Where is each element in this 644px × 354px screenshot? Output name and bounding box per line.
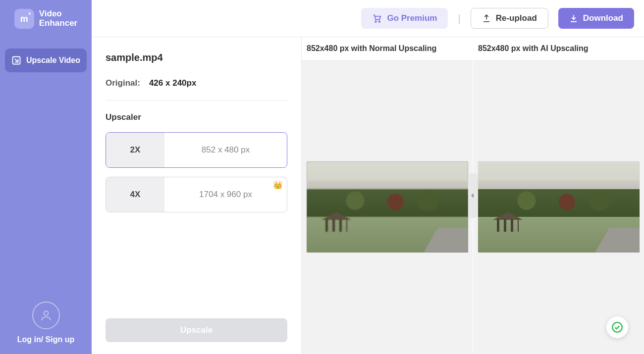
go-premium-button[interactable]: Go Premium — [361, 8, 448, 29]
upscale-button[interactable]: Upscale — [106, 318, 287, 342]
option-resolution: 1704 x 960 px — [164, 177, 287, 212]
filename: sample.mp4 — [106, 52, 287, 63]
settings-panel: sample.mp4 Original: 426 x 240px Upscale… — [92, 37, 301, 354]
option-resolution: 852 x 480 px — [164, 133, 287, 167]
option-multiplier: 4X — [106, 177, 164, 212]
go-premium-label: Go Premium — [387, 13, 437, 23]
preview-normal-title: 852x480 px with Normal Upscaling — [302, 37, 473, 60]
option-multiplier: 2X — [106, 133, 164, 167]
preview-ai-title: 852x480 px with AI Upscaling — [473, 37, 644, 60]
upload-icon — [482, 14, 491, 23]
topbar: Go Premium | Re-upload Download — [92, 0, 644, 37]
upscale-icon — [11, 55, 21, 65]
svg-marker-4 — [471, 193, 474, 198]
download-icon — [569, 14, 578, 23]
download-button[interactable]: Download — [558, 8, 634, 29]
sidebar: m Video Enhancer Upscale Video Log in/ S… — [0, 0, 92, 354]
content: sample.mp4 Original: 426 x 240px Upscale… — [92, 37, 644, 354]
success-badge[interactable] — [606, 316, 628, 338]
upscaler-label: Upscaler — [106, 112, 287, 122]
avatar-icon — [32, 302, 60, 329]
user-block[interactable]: Log in/ Sign up — [17, 302, 75, 344]
svg-point-3 — [379, 21, 380, 22]
upscale-option-4x[interactable]: 4X 1704 x 960 px 👑 — [106, 177, 287, 212]
logo-icon: m — [14, 9, 34, 29]
crown-icon: 👑 — [273, 180, 283, 190]
main: Go Premium | Re-upload Download sample.m… — [92, 0, 644, 354]
upscale-option-2x[interactable]: 2X 852 x 480 px — [106, 132, 287, 168]
svg-point-2 — [376, 21, 377, 22]
separator — [106, 100, 287, 101]
reupload-label: Re-upload — [496, 13, 537, 23]
preview-area: 852x480 px with Normal Upscaling 852x480… — [301, 37, 644, 354]
divider: | — [458, 13, 460, 24]
upscale-video-button[interactable]: Upscale Video — [5, 49, 87, 72]
checkmark-icon — [611, 321, 624, 334]
original-label: Original: — [106, 78, 140, 88]
cart-icon — [372, 13, 382, 23]
upscale-video-label: Upscale Video — [26, 56, 80, 65]
preview-normal: 852x480 px with Normal Upscaling — [302, 37, 473, 354]
original-row: Original: 426 x 240px — [106, 78, 287, 88]
preview-ai: 852x480 px with AI Upscaling — [473, 37, 644, 354]
reupload-button[interactable]: Re-upload — [471, 8, 548, 29]
compare-slider-handle[interactable] — [469, 173, 478, 218]
login-link[interactable]: Log in/ Sign up — [17, 335, 75, 344]
app-name: Video Enhancer — [39, 9, 77, 28]
preview-normal-image — [307, 161, 468, 253]
svg-point-1 — [44, 311, 48, 315]
original-value: 426 x 240px — [149, 78, 196, 88]
download-label: Download — [583, 13, 623, 23]
preview-ai-image — [478, 161, 640, 253]
app-logo[interactable]: m Video Enhancer — [14, 9, 77, 29]
